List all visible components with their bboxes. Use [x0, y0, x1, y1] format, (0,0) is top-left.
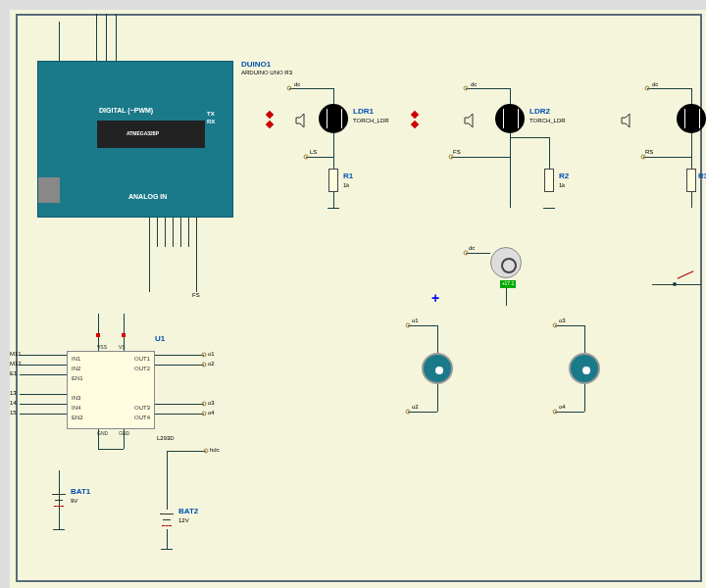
component-ldr2[interactable] — [495, 104, 525, 133]
terminal — [202, 402, 207, 407]
wire — [155, 355, 204, 356]
net-o4: o4 — [208, 410, 215, 416]
component-r2[interactable] — [544, 169, 554, 192]
speaker-icon — [620, 112, 637, 129]
ldr2-part: TORCH_LDR — [530, 118, 566, 123]
wire — [466, 253, 490, 254]
r2-val: 1k — [559, 182, 565, 188]
wire — [155, 404, 204, 405]
wire — [59, 510, 60, 529]
wire — [98, 449, 124, 450]
wire — [555, 412, 584, 413]
net-o3: o3 — [559, 318, 566, 323]
gnd — [53, 529, 65, 530]
terminal — [464, 251, 469, 256]
component-arduino[interactable]: DIGITAL (~PWM) ANALOG IN ATMEGA328P TX R… — [37, 61, 233, 218]
component-ldr3[interactable] — [677, 104, 706, 133]
net-rs: RS — [645, 149, 653, 155]
component-servo[interactable] — [490, 247, 522, 278]
ldr2-ref: LDR2 — [530, 108, 550, 116]
gnd — [161, 549, 173, 550]
net-fs2: FS — [453, 149, 461, 155]
net-o4: o4 — [559, 404, 566, 410]
wire — [20, 355, 67, 356]
wire — [157, 218, 158, 247]
wire — [124, 429, 125, 449]
schematic-canvas[interactable]: DIGITAL (~PWM) ANALOG IN ATMEGA328P TX R… — [0, 0, 706, 588]
component-bat1[interactable] — [58, 490, 60, 510]
net-m12: M12 — [10, 361, 22, 367]
net-dc: dc — [652, 81, 658, 87]
wire — [289, 88, 333, 89]
terminal — [641, 155, 646, 160]
bat2-ref: BAT2 — [178, 508, 198, 515]
terminal — [449, 155, 454, 160]
terminal — [304, 155, 309, 160]
wire — [180, 218, 181, 247]
wire — [98, 429, 99, 449]
net-dc: dc — [469, 245, 475, 251]
net-o2: o2 — [208, 361, 215, 367]
probe — [122, 333, 126, 337]
wire — [59, 22, 60, 61]
wire — [647, 88, 691, 89]
component-u1[interactable]: IN1 IN2 EN1 IN3 IN4 EN2 OUT1 OUT2 OUT3 O… — [67, 351, 155, 429]
wire — [116, 14, 117, 61]
bat1-val: 9V — [71, 498, 77, 504]
svg-marker-0 — [296, 114, 304, 127]
net-15: 15 — [10, 410, 17, 416]
wire — [165, 218, 166, 247]
ruler-top — [0, 0, 706, 10]
wire — [167, 451, 168, 510]
terminal — [406, 323, 411, 328]
terminal — [202, 412, 207, 416]
ruler-left — [0, 0, 10, 588]
net-o1: o1 — [412, 318, 419, 323]
wire — [196, 218, 197, 292]
terminal — [202, 363, 207, 368]
component-bat2[interactable] — [166, 510, 168, 529]
wire — [643, 157, 691, 158]
net-o2: o2 — [412, 404, 419, 410]
wire — [20, 365, 67, 366]
terminal — [464, 86, 469, 91]
net-dc: dc — [471, 81, 477, 87]
wire — [555, 325, 584, 326]
wire — [408, 325, 437, 326]
speaker-icon — [463, 112, 480, 129]
r1-val: 1k — [343, 182, 349, 188]
arduino-part: ARDUINO UNO R3 — [241, 70, 292, 75]
wire — [98, 314, 99, 351]
bat1-ref: BAT1 — [71, 488, 90, 496]
wire — [155, 414, 204, 415]
component-motor2[interactable] — [569, 353, 600, 384]
wire — [437, 384, 438, 412]
component-ldr1[interactable] — [319, 104, 348, 133]
component-motor1[interactable] — [422, 353, 453, 384]
wire — [306, 157, 333, 158]
component-r1[interactable] — [328, 169, 338, 192]
arduino-digital-label: DIGITAL (~PWM) — [99, 107, 153, 114]
wire — [652, 284, 701, 285]
r1-ref: R1 — [343, 172, 353, 180]
wire — [20, 404, 67, 405]
r2-ref: R2 — [559, 172, 569, 180]
component-r3[interactable] — [686, 169, 696, 192]
wire — [188, 218, 189, 247]
wire — [584, 325, 585, 353]
u1-ref: U1 — [155, 335, 165, 343]
wire — [506, 288, 507, 306]
ldr1-ref: LDR1 — [353, 108, 374, 116]
arduino-usb — [38, 177, 60, 203]
net-o1: o1 — [208, 351, 215, 357]
net-hdc: hdc — [210, 447, 220, 453]
arduino-tx: TX — [207, 111, 215, 117]
servo-readout: +17.1 — [500, 280, 516, 288]
probe — [96, 333, 100, 337]
u1-part: L293D — [157, 435, 175, 441]
wire — [96, 14, 97, 61]
wire — [155, 365, 204, 366]
terminal — [202, 353, 207, 358]
terminal — [406, 410, 411, 415]
cursor-cross: + — [431, 290, 439, 306]
